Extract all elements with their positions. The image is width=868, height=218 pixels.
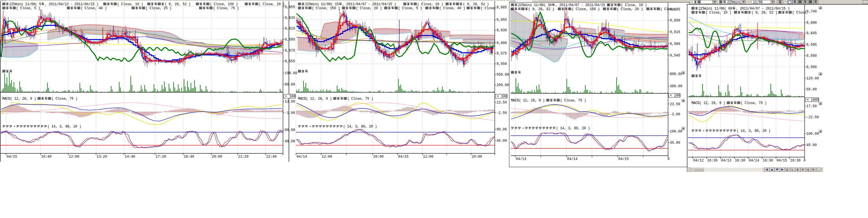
svg-text:Q: Q — [807, 168, 809, 172]
svg-text:9,685: 9,685 — [496, 5, 507, 9]
svg-text:× 100: × 100 — [497, 94, 507, 99]
svg-text:( Close, 150 ): ( Close, 150 ) — [572, 7, 600, 11]
svg-text:40.00: 40.00 — [285, 139, 295, 143]
svg-text:× 100: × 100 — [670, 93, 680, 98]
svg-text:04/15: 04/15 — [777, 159, 787, 163]
svg-text:225mini 11/06( 5: 225mini 11/06( 5 — [9, 2, 41, 6]
svg-text:( Close, 20 ): ( Close, 20 ) — [259, 2, 285, 6]
svg-text:( Close, 150 ): ( Close, 150 ) — [210, 2, 238, 6]
svg-text:20:00: 20:00 — [472, 155, 482, 159]
svg-text:13:20: 13:20 — [97, 155, 107, 159]
svg-text:04/13: 04/13 — [721, 159, 732, 163]
svg-text:( Close, 20 ): ( Close, 20 ) — [617, 7, 643, 11]
svg-text:( Close, 75 ): ( Close, 75 ) — [52, 97, 78, 101]
svg-text:100.00: 100.00 — [670, 130, 682, 134]
svg-text:9,600: 9,600 — [496, 41, 507, 45]
svg-text:45.00: 45.00 — [806, 143, 817, 147]
svg-text:11/06: 11/06 — [753, 0, 763, 4]
svg-text:16:30: 16:30 — [735, 159, 745, 163]
svg-text:( 9, 26, 52 ): ( 9, 26, 52 ) — [528, 7, 554, 11]
svg-text:90.00: 90.00 — [496, 128, 507, 132]
svg-text:225mini: 225mini — [727, 0, 741, 4]
svg-text:50.00: 50.00 — [806, 87, 817, 91]
svg-text:45.00: 45.00 — [670, 141, 680, 145]
svg-text:80.00: 80.00 — [285, 83, 295, 87]
svg-text:× 100: × 100 — [285, 94, 296, 99]
svg-text:04/15: 04/15 — [618, 157, 629, 161]
svg-text:( Close, 75 ): ( Close, 75 ) — [213, 6, 239, 10]
svg-text:, 2011/04/07 - 2011/04/15 ): , 2011/04/07 - 2011/04/15 ) — [342, 2, 396, 6]
svg-text:800.00: 800.00 — [670, 72, 682, 76]
svg-text:P: P — [802, 168, 804, 172]
svg-text:9,580: 9,580 — [670, 42, 680, 46]
svg-text:9,635: 9,635 — [285, 16, 295, 20]
svg-text:9,655: 9,655 — [496, 18, 507, 22]
svg-text:( Close,: ( Close, — [660, 7, 676, 11]
svg-text:, 2011/04/07 - 2011/04/15 ): , 2011/04/07 - 2011/04/15 ) — [555, 3, 609, 7]
svg-text:20:00: 20:00 — [212, 155, 222, 159]
svg-text:( Close, 75 ): ( Close, 75 ) — [347, 97, 373, 101]
svg-text:( Close,: ( Close, — [792, 11, 808, 15]
svg-text:9,555: 9,555 — [285, 59, 295, 63]
svg-text:9,545: 9,545 — [670, 54, 680, 58]
svg-text:9,500: 9,500 — [806, 65, 817, 69]
svg-text:, 2011/04/07 - 2011/04/15 ): , 2011/04/07 - 2011/04/15 ) — [736, 7, 789, 11]
svg-text:100.00: 100.00 — [806, 132, 819, 136]
svg-text:12:00: 12:00 — [322, 155, 332, 159]
svg-text:16:30: 16:30 — [790, 159, 801, 163]
svg-text:-3.00: -3.00 — [670, 112, 680, 116]
svg-text:( 9, 26, 52 ): ( 9, 26, 52 ) — [751, 11, 777, 15]
svg-text:13.50: 13.50 — [496, 101, 507, 105]
svg-text:04/15: 04/15 — [7, 155, 17, 159]
svg-text:MACD( 12, 26, 9 ): MACD( 12, 26, 9 ) — [691, 101, 725, 105]
svg-text:( Close, 10 ): ( Close, 10 ) — [417, 2, 443, 6]
svg-text:04/12: 04/12 — [693, 159, 704, 163]
svg-text:( 9, 26, 52 ): ( 9, 26, 52 ) — [165, 2, 191, 6]
svg-text:( Close, 20 ): ( Close, 20 ) — [356, 6, 382, 10]
svg-text:225mini 11/06( 60: 225mini 11/06( 60 — [699, 7, 732, 11]
svg-text:40.00: 40.00 — [496, 139, 507, 143]
svg-text:13.50: 13.50 — [285, 100, 295, 104]
svg-text:-1.00: -1.00 — [285, 111, 295, 115]
svg-text:9,655: 9,655 — [285, 5, 295, 9]
svg-text:9,575: 9,575 — [496, 52, 507, 56]
svg-text:225mini 11/06( 15: 225mini 11/06( 15 — [305, 2, 339, 6]
svg-text:18:40: 18:40 — [184, 155, 194, 159]
svg-text:9,615: 9,615 — [285, 27, 295, 31]
svg-text:( Close,: ( Close, — [480, 6, 496, 10]
svg-text:( Close, 10 ): ( Close, 10 ) — [117, 2, 143, 6]
svg-text:17:20: 17:20 — [156, 155, 166, 159]
svg-text:9,575: 9,575 — [285, 49, 295, 53]
svg-text:200.00: 200.00 — [496, 83, 509, 87]
svg-text:( Close, 40 ): ( Close, 40 ) — [81, 6, 107, 10]
svg-text:( 14, 3, 80, 20 ): ( 14, 3, 80, 20 ) — [737, 129, 771, 133]
svg-text:04/14: 04/14 — [297, 155, 307, 159]
svg-text:MACD( 12, 26, 9 ): MACD( 12, 26, 9 ) — [511, 99, 545, 103]
svg-text:550.00: 550.00 — [496, 73, 509, 77]
svg-text:MACD( 12, 26, 9 ): MACD( 12, 26, 9 ) — [2, 97, 36, 101]
svg-text:190.00: 190.00 — [285, 71, 297, 75]
svg-text:( 14, 3, 80, 20 ): ( 14, 3, 80, 20 ) — [48, 125, 81, 129]
svg-text:9,650: 9,650 — [670, 19, 680, 23]
svg-text:14:40: 14:40 — [125, 155, 135, 159]
svg-text:D: D — [786, 168, 788, 172]
svg-text:9,550: 9,550 — [806, 54, 817, 58]
svg-text:M: M — [812, 168, 814, 172]
svg-text:( 14, 3, 80, 20 ): ( 14, 3, 80, 20 ) — [343, 125, 377, 129]
svg-text:× 1000: × 1000 — [807, 98, 819, 102]
svg-text:-2.50: -2.50 — [496, 111, 507, 115]
svg-text:( Close, 10 ): ( Close, 10 ) — [705, 11, 732, 15]
svg-text:9,595: 9,595 — [806, 43, 817, 47]
svg-text:04/14: 04/14 — [567, 157, 578, 161]
svg-text:9,595: 9,595 — [285, 38, 295, 42]
svg-text:( Close, 5 ): ( Close, 5 ) — [398, 6, 422, 10]
svg-text:16:30: 16:30 — [763, 159, 773, 163]
svg-text:( Close, 25 ): ( Close, 25 ) — [146, 6, 172, 10]
svg-text:.: . — [818, 168, 819, 172]
svg-text:( Close, 75 ): ( Close, 75 ) — [741, 101, 767, 105]
svg-text:( 9, 26, 52 ): ( 9, 26, 52 ) — [463, 2, 489, 6]
svg-text:( Close, 10 ): ( Close, 10 ) — [621, 3, 647, 7]
svg-text:300.00: 300.00 — [670, 84, 682, 88]
svg-text:23.50: 23.50 — [670, 102, 680, 106]
svg-text:12:00: 12:00 — [423, 155, 433, 159]
